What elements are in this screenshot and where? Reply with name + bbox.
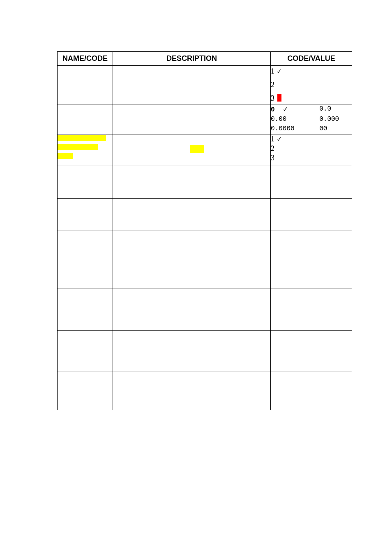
- value-a1: 0 ✓: [271, 104, 319, 115]
- highlight-bar: [58, 135, 106, 141]
- document-page: NAME/CODE DESCRIPTION CODE/VALUE 1 ✓ 2: [0, 0, 392, 555]
- red-marker: [277, 94, 281, 102]
- cell-name: [58, 231, 113, 289]
- cell-desc: [113, 104, 271, 134]
- header-value: CODE/VALUE: [271, 52, 352, 66]
- table-row: 1 ✓ 2 3: [58, 134, 352, 166]
- table-row: [58, 166, 352, 198]
- cell-desc: [113, 330, 271, 372]
- cell-value: [271, 372, 352, 410]
- value-b3: 00: [319, 124, 352, 134]
- header-desc: DESCRIPTION: [113, 52, 271, 66]
- value-a3: 0.0000: [271, 124, 319, 134]
- value-line-2: 2: [271, 79, 352, 90]
- value-b2: 0.000: [319, 115, 352, 124]
- table-row: 0 ✓ 0.0 0.00 0.000 0.0000 00: [58, 104, 352, 134]
- table-row: [58, 231, 352, 289]
- value-a2: 0.00: [271, 115, 319, 124]
- cell-desc: [113, 66, 271, 104]
- cell-desc: [113, 134, 271, 166]
- value-num: 2: [271, 81, 274, 89]
- cell-name: [58, 104, 113, 134]
- value-line-3: 3: [271, 93, 352, 104]
- table-row: [58, 289, 352, 330]
- cell-value: 1 ✓ 2 3: [271, 134, 352, 166]
- cell-value: [271, 166, 352, 198]
- table-row: [58, 330, 352, 372]
- cell-value: 1 ✓ 2 3: [271, 66, 352, 104]
- value-grid: 0 ✓ 0.0 0.00 0.000 0.0000 00: [271, 104, 352, 134]
- highlight-bar: [190, 145, 204, 153]
- highlight-bar: [58, 153, 73, 159]
- value-line-1: 1 ✓: [271, 134, 352, 144]
- cell-value: [271, 198, 352, 231]
- table-row: [58, 198, 352, 231]
- header-name: NAME/CODE: [58, 52, 113, 66]
- value-line-1: 1 ✓: [271, 66, 352, 77]
- cell-name: [58, 134, 113, 166]
- table-header-row: NAME/CODE DESCRIPTION CODE/VALUE: [58, 52, 352, 66]
- table-row: 1 ✓ 2 3: [58, 66, 352, 104]
- cell-desc: [113, 372, 271, 410]
- cell-name: [58, 330, 113, 372]
- spec-table: NAME/CODE DESCRIPTION CODE/VALUE 1 ✓ 2: [57, 51, 352, 410]
- cell-desc: [113, 231, 271, 289]
- cell-desc: [113, 198, 271, 231]
- cell-desc: [113, 289, 271, 330]
- check-icon: ✓: [277, 68, 282, 75]
- cell-name: [58, 372, 113, 410]
- value-b1: 0.0: [319, 104, 352, 115]
- cell-value: [271, 231, 352, 289]
- value-num: 1: [271, 67, 274, 75]
- cell-name: [58, 289, 113, 330]
- value-line-2: 2: [271, 144, 352, 153]
- value-num: 3: [271, 154, 274, 162]
- cell-name: [58, 198, 113, 231]
- cell-name: [58, 166, 113, 198]
- cell-value: [271, 330, 352, 372]
- value-num: 2: [271, 144, 274, 153]
- value-num: 3: [271, 94, 274, 102]
- cell-desc: [113, 166, 271, 198]
- cell-value: 0 ✓ 0.0 0.00 0.000 0.0000 00: [271, 104, 352, 134]
- cell-value: [271, 289, 352, 330]
- check-icon: ✓: [277, 136, 282, 143]
- value-line-3: 3: [271, 153, 352, 163]
- table-row: [58, 372, 352, 410]
- highlight-bar: [58, 144, 98, 150]
- value-num: 1: [271, 135, 274, 143]
- cell-name: [58, 66, 113, 104]
